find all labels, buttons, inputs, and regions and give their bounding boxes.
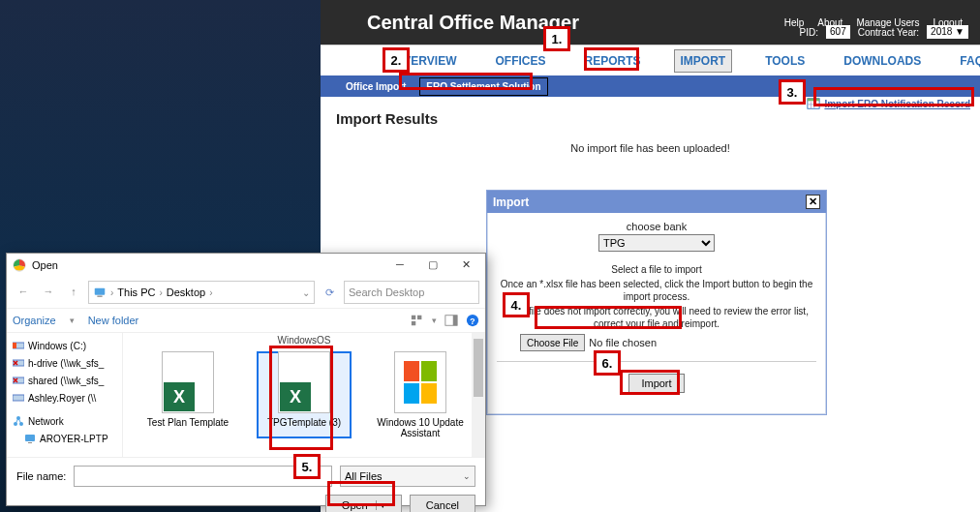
callout-5-box xyxy=(327,481,395,506)
fd-footer: File name: All Files ⌄ Open ▾ Cancel xyxy=(7,457,485,512)
svg-text:?: ? xyxy=(470,316,475,326)
svg-rect-6 xyxy=(412,316,415,319)
chrome-icon xyxy=(13,258,26,272)
maximize-icon[interactable]: ▢ xyxy=(419,256,446,274)
svg-rect-7 xyxy=(417,316,421,319)
cancel-button[interactable]: Cancel xyxy=(410,495,475,512)
network-drive-icon xyxy=(13,392,24,404)
callout-4: 4. xyxy=(503,292,530,317)
minimize-icon[interactable]: ─ xyxy=(386,256,413,274)
nav-downloads[interactable]: DOWNLOADS xyxy=(838,50,927,72)
preview-pane-icon[interactable] xyxy=(444,314,458,327)
back-icon[interactable]: ← xyxy=(13,282,34,303)
crumb-root[interactable]: This PC xyxy=(117,286,155,298)
svg-rect-21 xyxy=(13,395,24,401)
tree-node-windows-c[interactable]: Windows (C:) xyxy=(13,337,122,354)
callout-6: 6. xyxy=(594,350,621,376)
refresh-icon[interactable]: ⟳ xyxy=(319,286,340,299)
chevron-down-icon: ⌄ xyxy=(463,471,471,481)
callout-3-box xyxy=(813,87,974,106)
import-dialog-title: Import xyxy=(493,196,529,209)
network-icon xyxy=(13,415,24,427)
callout-2-box xyxy=(399,73,533,90)
select-file-label: Select a file to import xyxy=(497,263,816,276)
file-open-dialog: Open ─ ▢ ✕ ← → ↑ › This PC › Desktop › ⌄… xyxy=(6,253,486,506)
search-input[interactable]: Search Desktop xyxy=(344,281,479,304)
no-import-msg: No import file has been uploaded! xyxy=(336,142,965,154)
scrollbar-thumb[interactable] xyxy=(474,339,483,397)
organize-menu[interactable]: Organize xyxy=(13,315,56,326)
forward-icon[interactable]: → xyxy=(38,282,59,303)
pid-row: PID: 607 Contract Year: 2018 ▼ xyxy=(800,25,968,39)
chevron-down-icon[interactable]: ⌄ xyxy=(302,287,310,298)
file-row: Choose File No file chosen xyxy=(520,334,816,351)
scrollbar[interactable] xyxy=(472,333,485,457)
import-dialog-close-icon[interactable]: ✕ xyxy=(806,195,820,209)
help-icon[interactable]: ? xyxy=(466,314,479,327)
nav-faq[interactable]: FAQ xyxy=(954,50,980,72)
filename-label: File name: xyxy=(16,470,66,482)
svg-rect-25 xyxy=(25,435,35,441)
close-icon[interactable]: ✕ xyxy=(452,256,479,274)
callout-5b-box xyxy=(269,346,333,450)
svg-rect-5 xyxy=(97,296,102,297)
fd-nav: ← → ↑ › This PC › Desktop › ⌄ ⟳ Search D… xyxy=(7,277,485,308)
view-icon[interactable] xyxy=(411,314,424,327)
network-drive-x-icon xyxy=(13,357,24,369)
new-folder-button[interactable]: New folder xyxy=(88,315,139,326)
pid-label: PID: xyxy=(800,27,818,38)
tree-node-shared[interactable]: shared (\\wk_sfs_ xyxy=(13,372,122,389)
callout-1: 1. xyxy=(543,26,570,51)
fd-title-text: Open xyxy=(32,259,58,271)
callout-4-box xyxy=(535,306,682,329)
nav-import[interactable]: IMPORT xyxy=(674,49,733,73)
svg-rect-14 xyxy=(13,343,16,348)
svg-rect-26 xyxy=(28,442,32,443)
year-label: Contract Year: xyxy=(858,27,919,38)
bank-select[interactable]: TPG xyxy=(598,234,715,252)
svg-rect-10 xyxy=(453,316,457,326)
fd-tree[interactable]: Windows (C:) h-drive (\\wk_sfs_ shared (… xyxy=(7,333,123,457)
svg-rect-8 xyxy=(412,321,415,325)
callout-2: 2. xyxy=(383,47,410,73)
file-item-test-plan[interactable]: X Test Plan Template xyxy=(140,351,235,438)
callout-5: 5. xyxy=(293,454,321,479)
crumb-folder[interactable]: Desktop xyxy=(167,286,205,298)
pid-value[interactable]: 607 xyxy=(826,25,850,39)
file-item-win10-update[interactable]: Windows 10 Update Assistant xyxy=(373,351,468,438)
nav-offices[interactable]: OFFICES xyxy=(489,50,551,72)
callout-6-box xyxy=(620,370,680,395)
tree-node-aroyer[interactable]: AROYER-LPTP xyxy=(13,430,122,447)
drive-icon xyxy=(13,340,24,351)
year-select[interactable]: 2018 ▼ xyxy=(927,25,968,39)
fd-titlebar[interactable]: Open ─ ▢ ✕ xyxy=(7,254,485,277)
choose-bank-label: choose bank xyxy=(497,221,816,232)
pc-icon xyxy=(93,286,107,299)
monitor-icon xyxy=(24,433,36,444)
fd-toolbar: Organize ▾ New folder ▾ ? xyxy=(7,308,485,333)
tree-node-network[interactable]: Network xyxy=(13,412,122,430)
divider xyxy=(497,361,816,362)
results-heading: Import Results xyxy=(336,110,965,127)
import-dialog-titlebar[interactable]: Import ✕ xyxy=(487,191,826,213)
up-icon[interactable]: ↑ xyxy=(63,282,84,303)
network-drive-x-icon xyxy=(13,375,24,386)
callout-1-box xyxy=(584,47,639,71)
tree-node-h-drive[interactable]: h-drive (\\wk_sfs_ xyxy=(13,354,122,372)
choose-file-button[interactable]: Choose File xyxy=(520,334,585,351)
chevron-down-icon[interactable]: ▾ xyxy=(70,316,75,325)
group-label: WindowsOS xyxy=(123,335,485,346)
path-breadcrumb[interactable]: › This PC › Desktop › ⌄ xyxy=(88,281,315,304)
nav-tools[interactable]: TOOLS xyxy=(759,50,811,72)
help-text-1: Once an *.xlsx file has been selected, c… xyxy=(497,278,816,303)
tree-node-user[interactable]: Ashley.Royer (\\ xyxy=(13,389,122,407)
main-nav: OVERVIEW OFFICES REPORTS IMPORT TOOLS DO… xyxy=(321,45,980,75)
callout-3: 3. xyxy=(779,79,806,105)
no-file-label: No file chosen xyxy=(589,337,657,348)
svg-rect-4 xyxy=(95,288,106,295)
chevron-down-icon[interactable]: ▾ xyxy=(432,316,437,325)
fd-body: Windows (C:) h-drive (\\wk_sfs_ shared (… xyxy=(7,333,485,457)
